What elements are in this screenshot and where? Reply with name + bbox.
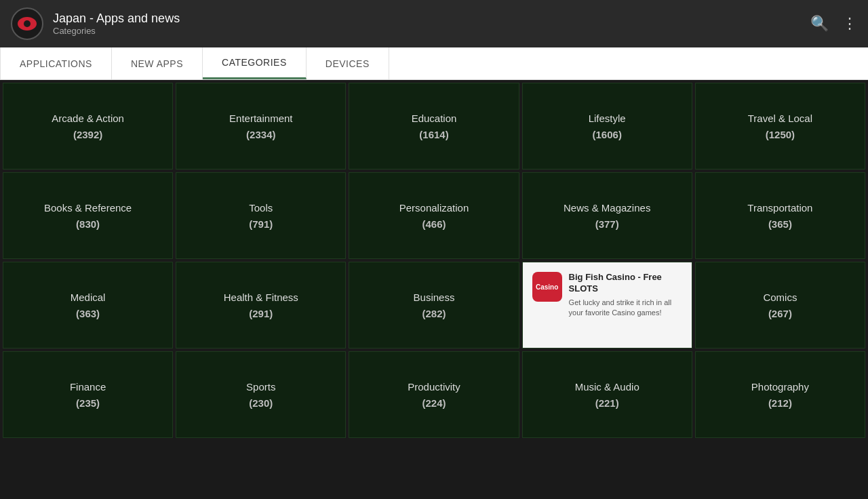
category-count: (212)	[768, 397, 792, 409]
ad-icon: Casino	[532, 272, 562, 302]
category-cell-tools[interactable]: Tools (791)	[176, 172, 346, 259]
more-options-icon[interactable]: ⋮	[842, 15, 857, 33]
category-count: (282)	[422, 308, 446, 319]
category-count: (1606)	[593, 129, 622, 140]
ad-text: Big Fish Casino - Free SLOTS Get lucky a…	[569, 272, 682, 319]
header-left: Japan - Apps and news Categories	[11, 7, 180, 40]
category-title: Health & Fitness	[224, 291, 298, 304]
category-count: (466)	[422, 218, 446, 230]
category-title: Photography	[751, 380, 809, 394]
category-count: (291)	[249, 308, 273, 319]
category-title: Books & Reference	[44, 201, 132, 215]
category-cell-arcade--action[interactable]: Arcade & Action (2392)	[3, 83, 173, 169]
category-cell-medical[interactable]: Medical (363)	[3, 262, 173, 348]
category-count: (221)	[595, 397, 619, 409]
category-count: (377)	[595, 218, 619, 230]
category-cell-productivity[interactable]: Productivity (224)	[349, 351, 519, 438]
category-cell-transportation[interactable]: Transportation (365)	[695, 172, 865, 259]
logo-icon	[18, 17, 37, 31]
category-count: (365)	[768, 218, 792, 230]
category-title: Lifestyle	[589, 112, 626, 125]
category-count: (235)	[76, 397, 100, 409]
ad-description: Get lucky and strike it rich in all your…	[569, 298, 682, 319]
categories-grid: Arcade & Action (2392) Entertainment (23…	[0, 80, 868, 441]
nav-tabs-bar: Applications New apps Categories Devices	[0, 47, 868, 80]
category-cell-business[interactable]: Business (282)	[349, 262, 519, 348]
category-cell-travel--local[interactable]: Travel & Local (1250)	[695, 83, 865, 169]
tab-devices[interactable]: Devices	[307, 47, 389, 79]
category-cell-sports[interactable]: Sports (230)	[176, 351, 346, 438]
ad-title: Big Fish Casino - Free SLOTS	[569, 272, 682, 295]
category-title: Transportation	[747, 201, 812, 215]
tab-applications[interactable]: Applications	[0, 47, 112, 79]
category-title: Entertainment	[229, 112, 292, 125]
category-count: (230)	[249, 397, 273, 409]
category-title: Medical	[71, 291, 106, 304]
category-title: Education	[412, 112, 457, 125]
app-title: Japan - Apps and news	[53, 12, 180, 26]
category-title: Comics	[763, 291, 797, 304]
category-title: Tools	[249, 201, 273, 215]
category-cell-education[interactable]: Education (1614)	[349, 83, 519, 169]
ad-cell[interactable]: Casino Big Fish Casino - Free SLOTS Get …	[522, 262, 692, 348]
category-cell-finance[interactable]: Finance (235)	[3, 351, 173, 438]
category-title: Travel & Local	[748, 112, 812, 125]
category-title: Music & Audio	[575, 380, 639, 394]
search-icon[interactable]: 🔍	[810, 15, 829, 33]
category-cell-photography[interactable]: Photography (212)	[695, 351, 865, 438]
category-cell-entertainment[interactable]: Entertainment (2334)	[176, 83, 346, 169]
category-title: Personalization	[399, 201, 469, 215]
header-title-group: Japan - Apps and news Categories	[53, 12, 180, 36]
category-title: Arcade & Action	[52, 112, 124, 125]
category-title: News & Magazines	[564, 201, 650, 215]
category-count: (2392)	[73, 129, 102, 140]
category-count: (224)	[422, 397, 446, 409]
category-cell-news--magazines[interactable]: News & Magazines (377)	[522, 172, 692, 259]
app-logo	[11, 7, 43, 40]
category-cell-personalization[interactable]: Personalization (466)	[349, 172, 519, 259]
tab-new-apps[interactable]: New apps	[112, 47, 203, 79]
category-count: (791)	[249, 218, 273, 230]
category-title: Sports	[246, 380, 275, 394]
category-title: Finance	[70, 380, 106, 394]
tab-categories[interactable]: Categories	[203, 47, 307, 79]
category-count: (267)	[768, 308, 792, 319]
category-count: (363)	[76, 308, 100, 319]
category-count: (830)	[76, 218, 100, 230]
category-count: (1250)	[766, 129, 795, 140]
category-cell-health--fitness[interactable]: Health & Fitness (291)	[176, 262, 346, 348]
app-header: Japan - Apps and news Categories 🔍 ⋮	[0, 0, 868, 47]
category-title: Business	[414, 291, 455, 304]
category-cell-comics[interactable]: Comics (267)	[695, 262, 865, 348]
category-title: Productivity	[408, 380, 460, 394]
category-count: (2334)	[246, 129, 275, 140]
category-cell-music--audio[interactable]: Music & Audio (221)	[522, 351, 692, 438]
category-cell-books--reference[interactable]: Books & Reference (830)	[3, 172, 173, 259]
header-actions: 🔍 ⋮	[810, 15, 857, 33]
app-subtitle: Categories	[53, 26, 180, 36]
category-count: (1614)	[419, 129, 448, 140]
category-cell-lifestyle[interactable]: Lifestyle (1606)	[522, 83, 692, 169]
